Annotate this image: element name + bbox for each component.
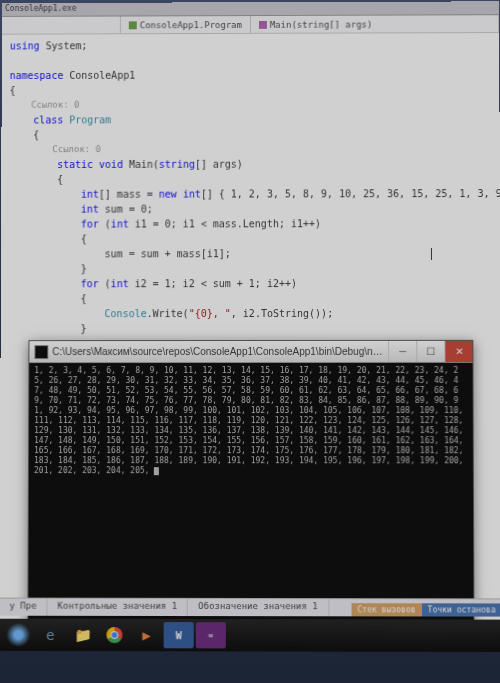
kw-namespace: namespace bbox=[10, 70, 64, 81]
for-open: ( bbox=[99, 219, 111, 230]
kw-int: int bbox=[81, 204, 99, 215]
media-icon[interactable]: ▶ bbox=[132, 622, 162, 648]
tab-preview[interactable]: у Пре bbox=[0, 599, 48, 616]
breadcrumb-class-label: ConsoleApp1.Program bbox=[140, 20, 242, 30]
for2-cond: i2 = 1; i2 < sum + 1; i2++) bbox=[129, 278, 297, 289]
console-title-text: C:\Users\Максим\source\repos\ConsoleApp1… bbox=[52, 346, 388, 357]
id-system: System bbox=[46, 40, 82, 51]
id-main: Main bbox=[129, 159, 153, 170]
console-cursor bbox=[154, 467, 159, 475]
word-icon[interactable]: W bbox=[164, 622, 194, 648]
codelens-refs[interactable]: Ссылок: 0 bbox=[52, 144, 100, 154]
id-args: [] args) bbox=[195, 159, 243, 170]
kw-static: static bbox=[57, 159, 93, 170]
bottom-right-tabs: Стек вызовов Точки останова bbox=[351, 603, 500, 616]
close-button[interactable]: ✕ bbox=[444, 341, 472, 362]
console-titlebar[interactable]: C:\Users\Максим\source\repos\ConsoleApp1… bbox=[29, 341, 472, 363]
breadcrumb-method-label: Main(string[] args) bbox=[270, 19, 373, 29]
method-icon bbox=[259, 20, 267, 28]
code-editor[interactable]: using System; namespace ConsoleApp1 { Сс… bbox=[1, 33, 500, 337]
sum-body: sum = sum + mass[i1]; bbox=[105, 248, 231, 259]
csharp-class-icon bbox=[129, 21, 137, 29]
tab-breakpoints[interactable]: Точки останова bbox=[422, 603, 500, 616]
kw-new: new bbox=[159, 189, 177, 200]
id-class: Program bbox=[69, 114, 111, 125]
cls-console: Console bbox=[105, 308, 147, 319]
for1-cond: i1 = 0; i1 < mass.Length; i1++) bbox=[129, 218, 321, 229]
kw-class: class bbox=[33, 115, 63, 126]
kw-for: for bbox=[81, 219, 99, 230]
breadcrumb-spacer bbox=[2, 17, 121, 34]
str-format: "{0}, " bbox=[189, 308, 231, 319]
document-tab-bar: ConsoleApp1.exe bbox=[2, 1, 499, 17]
sum-init: sum = 0; bbox=[99, 204, 153, 215]
id-namespace: ConsoleApp1 bbox=[69, 70, 135, 81]
kw-int: int bbox=[81, 189, 99, 200]
ie-icon[interactable]: e bbox=[35, 622, 65, 648]
start-button[interactable] bbox=[3, 622, 33, 648]
cmd-icon bbox=[34, 345, 48, 359]
tab-callstack[interactable]: Стек вызовов bbox=[351, 603, 421, 616]
visualstudio-icon[interactable]: ∞ bbox=[196, 622, 226, 648]
kw-string: string bbox=[159, 159, 195, 170]
kw-using: using bbox=[10, 40, 40, 51]
kw-int: int bbox=[183, 189, 201, 200]
tostring-call: , i2.ToString()); bbox=[231, 308, 333, 319]
write-call: .Write( bbox=[147, 308, 189, 319]
breadcrumb-class[interactable]: ConsoleApp1.Program bbox=[121, 16, 251, 33]
kw-int: int bbox=[111, 278, 129, 289]
explorer-icon[interactable]: 📁 bbox=[67, 622, 97, 648]
for-open: ( bbox=[99, 278, 111, 289]
document-tab[interactable]: ConsoleApp1.exe bbox=[5, 4, 77, 13]
kw-for: for bbox=[81, 278, 99, 289]
breadcrumb-method[interactable]: Main(string[] args) bbox=[251, 15, 499, 33]
tab-locals[interactable]: Обозначение значения 1 bbox=[188, 599, 329, 616]
array-literal: [] { 1, 2, 3, 5, 8, 9, 10, 25, 36, 15, 2… bbox=[201, 188, 500, 200]
tab-watch[interactable]: Контрольные значения 1 bbox=[48, 599, 189, 616]
window-controls: ─ ☐ ✕ bbox=[388, 341, 472, 362]
minimize-button[interactable]: ─ bbox=[388, 341, 416, 362]
id-mass: [] mass = bbox=[99, 189, 159, 200]
chrome-icon[interactable] bbox=[99, 622, 129, 648]
windows-taskbar: e 📁 ▶ W ∞ bbox=[0, 619, 500, 652]
console-output-area[interactable]: 1, 2, 3, 4, 5, 6, 7, 8, 9, 10, 11, 12, 1… bbox=[28, 363, 473, 621]
console-output: 1, 2, 3, 4, 5, 6, 7, 8, 9, 10, 11, 12, 1… bbox=[34, 366, 468, 475]
kw-int: int bbox=[111, 219, 129, 230]
maximize-button[interactable]: ☐ bbox=[416, 341, 444, 362]
codelens-refs[interactable]: Ссылок: 0 bbox=[31, 100, 79, 110]
kw-void: void bbox=[99, 159, 123, 170]
console-window: C:\Users\Максим\source\repos\ConsoleApp1… bbox=[27, 340, 474, 622]
text-caret bbox=[431, 248, 432, 260]
ide-screen: ConsoleApp1.exe ConsoleApp1.Program Main… bbox=[0, 1, 500, 652]
navigation-bar: ConsoleApp1.Program Main(string[] args) bbox=[2, 15, 499, 34]
